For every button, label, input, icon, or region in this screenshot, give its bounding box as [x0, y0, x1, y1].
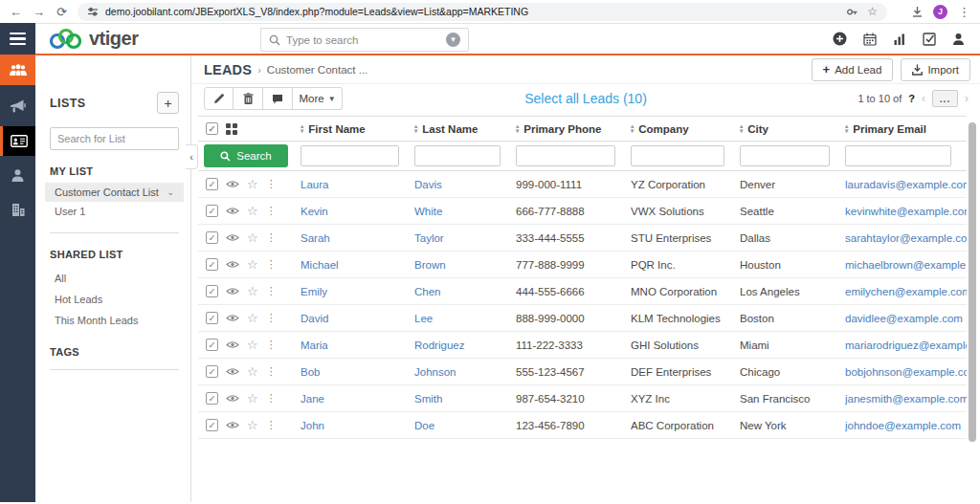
- preview-eye-icon[interactable]: [226, 207, 239, 215]
- preview-eye-icon[interactable]: [226, 394, 239, 403]
- cell-last-name[interactable]: Brown: [414, 259, 516, 271]
- cell-first-name[interactable]: Maria: [301, 340, 414, 351]
- cell-primary-email[interactable]: bobjohnson@example.com: [845, 366, 967, 378]
- address-bar[interactable]: demo.joobilant.com/JBExportXLS_V8/index.…: [78, 3, 887, 21]
- preview-eye-icon[interactable]: [226, 367, 239, 376]
- cell-primary-email[interactable]: mariarodriguez@example.com: [845, 340, 967, 351]
- browser-back-icon[interactable]: ←: [9, 6, 23, 18]
- follow-star-icon[interactable]: ☆: [247, 178, 258, 190]
- cell-last-name[interactable]: Doe: [414, 420, 516, 431]
- url-text[interactable]: demo.joobilant.com/JBExportXLS_V8/index.…: [105, 6, 839, 17]
- cell-first-name[interactable]: John: [301, 420, 414, 431]
- sidebar-item-hot-leads[interactable]: Hot Leads: [50, 289, 179, 310]
- cell-last-name[interactable]: Johnson: [414, 366, 516, 378]
- cell-first-name[interactable]: Laura: [301, 179, 414, 190]
- downloads-icon[interactable]: [911, 6, 924, 18]
- row-checkbox[interactable]: ✓: [206, 231, 218, 244]
- cell-first-name[interactable]: Kevin: [301, 206, 414, 217]
- follow-star-icon[interactable]: ☆: [247, 231, 258, 244]
- quick-create-icon[interactable]: [833, 32, 847, 46]
- filter-first-name-input[interactable]: [301, 145, 399, 166]
- add-lead-button[interactable]: + Add Lead: [812, 58, 894, 81]
- row-actions-menu-icon[interactable]: ⋮: [266, 420, 277, 430]
- row-checkbox[interactable]: ✓: [206, 312, 218, 324]
- page-count-button[interactable]: ...: [932, 90, 958, 107]
- breadcrumb-list-name[interactable]: Customer Contact ...: [267, 64, 368, 76]
- preview-eye-icon[interactable]: [226, 314, 239, 322]
- sort-icon[interactable]: ▴▾: [740, 124, 743, 133]
- cell-last-name[interactable]: Rodriguez: [414, 340, 516, 351]
- global-search[interactable]: Type to search ▾: [260, 28, 469, 52]
- cell-first-name[interactable]: Bob: [301, 366, 414, 378]
- rail-leads-contact-card-icon[interactable]: [0, 126, 35, 156]
- cell-first-name[interactable]: Sarah: [301, 232, 414, 244]
- hamburger-menu-icon[interactable]: [0, 23, 35, 55]
- cell-last-name[interactable]: Chen: [414, 286, 516, 297]
- chevron-down-icon[interactable]: ⌄: [167, 187, 174, 197]
- breadcrumb-module[interactable]: LEADS: [204, 62, 252, 77]
- sort-icon[interactable]: ▴▾: [414, 124, 417, 133]
- browser-menu-icon[interactable]: ⋮: [957, 6, 971, 18]
- calendar-icon[interactable]: [863, 33, 877, 46]
- cell-last-name[interactable]: White: [414, 206, 516, 217]
- search-scope-chevron-icon[interactable]: ▾: [446, 33, 460, 47]
- col-header-city[interactable]: ▴▾City: [740, 123, 845, 135]
- row-checkbox[interactable]: ✓: [206, 365, 218, 378]
- cell-primary-email[interactable]: kevinwhite@example.com: [845, 206, 967, 217]
- follow-star-icon[interactable]: ☆: [247, 419, 258, 431]
- follow-star-icon[interactable]: ☆: [247, 258, 258, 271]
- browser-forward-icon[interactable]: →: [32, 6, 46, 18]
- cell-last-name[interactable]: Smith: [414, 393, 516, 405]
- cell-first-name[interactable]: Michael: [301, 259, 414, 271]
- row-actions-menu-icon[interactable]: ⋮: [266, 286, 277, 296]
- col-header-first-name[interactable]: ▴▾First Name: [301, 123, 414, 135]
- sort-icon[interactable]: ▴▾: [301, 124, 303, 133]
- follow-star-icon[interactable]: ☆: [247, 365, 258, 378]
- sidebar-item-this-month-leads[interactable]: This Month Leads: [50, 310, 179, 331]
- sidebar-item-customer-contact-list[interactable]: Customer Contact List ⌄: [45, 183, 184, 202]
- preview-eye-icon[interactable]: [226, 233, 239, 242]
- cell-first-name[interactable]: Emily: [301, 286, 414, 297]
- rail-organizations-building-icon[interactable]: [0, 195, 35, 225]
- row-checkbox[interactable]: ✓: [206, 392, 218, 405]
- table-search-button[interactable]: Search: [204, 144, 288, 167]
- preview-eye-icon[interactable]: [226, 421, 239, 429]
- cell-primary-email[interactable]: johndoe@example.com: [845, 420, 967, 431]
- row-actions-menu-icon[interactable]: ⋮: [266, 232, 277, 243]
- vertical-scrollbar[interactable]: [969, 122, 976, 442]
- cell-last-name[interactable]: Davis: [414, 179, 516, 190]
- select-all-leads-link[interactable]: Select all Leads (10): [524, 91, 647, 106]
- cell-first-name[interactable]: Jane: [301, 393, 414, 405]
- password-key-icon[interactable]: [846, 6, 858, 18]
- row-checkbox[interactable]: ✓: [206, 258, 218, 271]
- bookmark-star-icon[interactable]: ☆: [867, 6, 878, 17]
- row-actions-menu-icon[interactable]: ⋮: [266, 206, 277, 216]
- preview-eye-icon[interactable]: [226, 260, 239, 269]
- follow-star-icon[interactable]: ☆: [247, 339, 258, 351]
- row-checkbox[interactable]: ✓: [206, 285, 218, 297]
- sort-icon[interactable]: ▴▾: [516, 124, 519, 133]
- browser-reload-icon[interactable]: ⟳: [55, 6, 69, 18]
- col-header-last-name[interactable]: ▴▾Last Name: [414, 123, 516, 135]
- cell-last-name[interactable]: Taylor: [414, 232, 516, 244]
- sidebar-item-all[interactable]: All: [50, 268, 179, 289]
- cell-primary-email[interactable]: janesmith@example.com: [845, 393, 967, 405]
- preview-eye-icon[interactable]: [226, 340, 239, 349]
- cell-first-name[interactable]: David: [301, 313, 414, 324]
- browser-profile-avatar[interactable]: J: [933, 5, 947, 19]
- grid-columns-icon[interactable]: [226, 123, 237, 135]
- rail-contacts-person-icon[interactable]: [0, 161, 35, 190]
- page-prev-icon[interactable]: ‹: [922, 92, 925, 105]
- col-header-primary-phone[interactable]: ▴▾Primary Phone: [516, 123, 631, 135]
- sort-icon[interactable]: ▴▾: [845, 124, 848, 133]
- page-next-icon[interactable]: ›: [965, 92, 969, 105]
- reports-chart-icon[interactable]: [893, 33, 906, 46]
- rail-contacts-group-icon[interactable]: [0, 55, 35, 85]
- cell-primary-email[interactable]: lauradavis@example.com: [845, 179, 967, 190]
- import-button[interactable]: Import: [901, 58, 970, 81]
- row-actions-menu-icon[interactable]: ⋮: [266, 340, 277, 350]
- cell-last-name[interactable]: Lee: [414, 313, 516, 324]
- follow-star-icon[interactable]: ☆: [247, 285, 258, 297]
- row-checkbox[interactable]: ✓: [206, 205, 218, 217]
- row-checkbox[interactable]: ✓: [206, 339, 218, 351]
